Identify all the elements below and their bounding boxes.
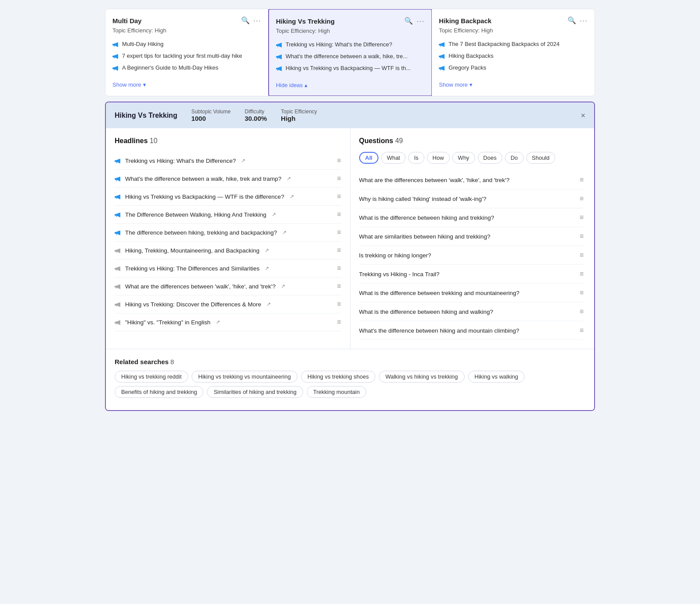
headline-item: "Hiking" vs. "Trekking" in English ↗ ≡: [115, 313, 341, 331]
list-item: The 7 Best Backpacking Backpacks of 2024: [439, 41, 588, 48]
list-options-icon[interactable]: ≡: [580, 327, 584, 334]
external-link-icon[interactable]: ↗: [216, 319, 220, 325]
related-searches-section: Related searches 8 Hiking vs trekking re…: [106, 349, 594, 410]
filter-how[interactable]: How: [427, 152, 450, 164]
list-options-icon[interactable]: ≡: [337, 228, 341, 236]
card-efficiency: Topic Efficiency: High: [439, 27, 588, 34]
list-options-icon[interactable]: ≡: [580, 176, 584, 184]
filter-why[interactable]: Why: [452, 152, 475, 164]
more-icon[interactable]: ···: [416, 17, 424, 26]
list-options-icon[interactable]: ≡: [580, 270, 584, 278]
questions-scroll-area[interactable]: What are the differences between 'walk',…: [359, 171, 586, 340]
list-options-icon[interactable]: ≡: [337, 157, 341, 165]
external-link-icon[interactable]: ↗: [265, 265, 269, 271]
list-options-icon[interactable]: ≡: [337, 175, 341, 183]
show-more-button[interactable]: Show more ▾: [112, 81, 146, 88]
card-efficiency: Topic Efficiency: High: [112, 27, 261, 34]
more-icon[interactable]: ···: [580, 16, 588, 25]
external-link-icon[interactable]: ↗: [281, 283, 285, 289]
hide-ideas-button[interactable]: Hide ideas ▴: [276, 82, 308, 88]
card-hiking-backpack[interactable]: Hiking Backpack 🔍 ··· Topic Efficiency: …: [432, 9, 595, 96]
detail-stat-difficulty: Difficulty 30.00%: [245, 109, 267, 122]
chevron-down-icon: ▾: [469, 81, 472, 88]
card-header: Hiking Backpack 🔍 ···: [439, 16, 588, 25]
list-options-icon[interactable]: ≡: [580, 289, 584, 297]
detail-stat-volume: Subtopic Volume 1000: [191, 109, 231, 122]
headline-item: Hiking, Trekking, Mountaineering, and Ba…: [115, 242, 341, 260]
headlines-column: Headlines 10 Trekking vs Hiking: What's …: [106, 128, 350, 349]
external-link-icon[interactable]: ↗: [290, 193, 294, 200]
related-tag[interactable]: Hiking vs trekking shoes: [301, 371, 375, 383]
card-multi-day[interactable]: Multi Day 🔍 ··· Topic Efficiency: High M…: [105, 9, 269, 96]
detail-topic-title: Hiking Vs Trekking: [115, 112, 177, 119]
filter-is[interactable]: Is: [408, 152, 424, 164]
related-tag[interactable]: Similarities of hiking and trekking: [207, 386, 303, 398]
filter-does[interactable]: Does: [478, 152, 502, 164]
search-icon[interactable]: 🔍: [241, 16, 250, 25]
list-options-icon[interactable]: ≡: [337, 264, 341, 272]
list-item: Hiking vs Trekking vs Backpacking — WTF …: [276, 65, 425, 72]
more-icon[interactable]: ···: [253, 16, 261, 25]
megaphone-icon: [115, 283, 122, 290]
list-options-icon[interactable]: ≡: [580, 308, 584, 316]
megaphone-icon: [112, 53, 119, 60]
close-button[interactable]: ×: [581, 112, 585, 119]
megaphone-icon: [115, 176, 122, 183]
related-tag[interactable]: Trekking mountain: [307, 386, 366, 398]
external-link-icon[interactable]: ↗: [265, 247, 269, 253]
card-title: Hiking Backpack: [439, 17, 491, 25]
megaphone-icon: [115, 247, 122, 254]
question-filters: All What Is How Why Does Do Should: [359, 152, 586, 164]
card-hiking-vs-trekking[interactable]: Hiking Vs Trekking 🔍 ··· Topic Efficienc…: [268, 9, 433, 96]
related-tag[interactable]: Walking vs hiking vs trekking: [379, 371, 465, 383]
megaphone-icon: [115, 319, 122, 326]
related-tag[interactable]: Hiking vs trekking reddit: [115, 371, 188, 383]
headline-item: What's the difference between a walk, hi…: [115, 170, 341, 188]
list-options-icon[interactable]: ≡: [337, 282, 341, 290]
filter-should[interactable]: Should: [526, 152, 555, 164]
list-options-icon[interactable]: ≡: [337, 246, 341, 254]
headline-item: Trekking vs Hiking: What's the Differenc…: [115, 152, 341, 170]
search-icon[interactable]: 🔍: [404, 17, 413, 26]
list-item: Trekking vs Hiking: What's the Differenc…: [276, 41, 425, 49]
related-tag[interactable]: Benefits of hiking and trekking: [115, 386, 203, 398]
megaphone-icon: [276, 42, 283, 49]
external-link-icon[interactable]: ↗: [287, 176, 291, 182]
filter-do[interactable]: Do: [505, 152, 524, 164]
list-item: Multi-Day Hiking: [112, 41, 261, 48]
question-item: What is the difference between hiking an…: [359, 208, 584, 227]
list-options-icon[interactable]: ≡: [337, 211, 341, 218]
question-item: What's the difference between hiking and…: [359, 321, 584, 340]
list-options-icon[interactable]: ≡: [580, 214, 584, 221]
list-options-icon[interactable]: ≡: [580, 251, 584, 259]
related-tag[interactable]: Hiking vs walking: [468, 371, 525, 383]
show-more-button[interactable]: Show more ▾: [439, 81, 472, 88]
question-item: Is trekking or hiking longer? ≡: [359, 246, 584, 265]
list-options-icon[interactable]: ≡: [580, 195, 584, 203]
question-item: What is the difference between hiking an…: [359, 302, 584, 321]
chevron-down-icon: ▾: [143, 81, 146, 88]
card-efficiency: Topic Efficiency: High: [276, 28, 425, 34]
list-options-icon[interactable]: ≡: [580, 232, 584, 240]
related-tag[interactable]: Hiking vs trekking vs mountaineering: [192, 371, 298, 383]
external-link-icon[interactable]: ↗: [266, 301, 271, 307]
external-link-icon[interactable]: ↗: [272, 211, 276, 218]
detail-header: Hiking Vs Trekking Subtopic Volume 1000 …: [106, 102, 594, 128]
megaphone-icon: [439, 53, 446, 60]
external-link-icon[interactable]: ↗: [241, 158, 245, 164]
megaphone-icon: [115, 229, 122, 236]
list-options-icon[interactable]: ≡: [337, 300, 341, 308]
questions-title: Questions 49: [359, 137, 586, 145]
card-title: Multi Day: [112, 17, 142, 25]
filter-what[interactable]: What: [381, 152, 406, 164]
list-options-icon[interactable]: ≡: [337, 193, 341, 200]
megaphone-icon: [112, 65, 119, 72]
headline-item: The difference between hiking, trekking …: [115, 224, 341, 242]
list-options-icon[interactable]: ≡: [337, 318, 341, 326]
external-link-icon[interactable]: ↗: [282, 229, 287, 235]
search-icon[interactable]: 🔍: [567, 16, 576, 25]
list-item: What's the difference between a walk, hi…: [276, 53, 425, 60]
filter-all[interactable]: All: [359, 152, 379, 164]
headline-item: The Difference Between Walking, Hiking A…: [115, 206, 341, 224]
question-item: What are the differences between 'walk',…: [359, 171, 584, 190]
